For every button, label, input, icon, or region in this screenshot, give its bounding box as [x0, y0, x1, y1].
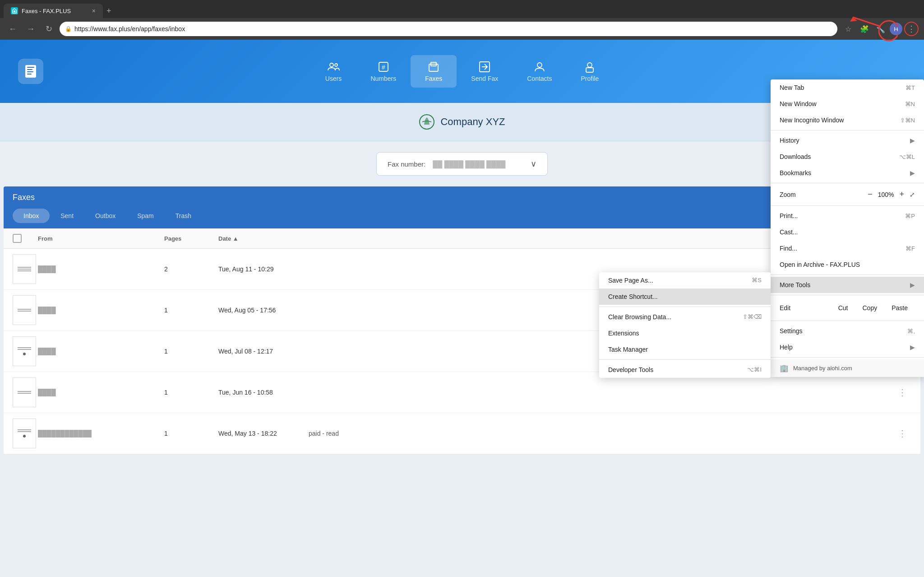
menu-divider — [771, 130, 924, 130]
address-bar: ← → ↻ 🔒 https://www.fax.plus/en/app/faxe… — [0, 18, 924, 40]
menu-bookmarks[interactable]: Bookmarks ▶ — [771, 165, 924, 181]
menu-print[interactable]: Print... ⌘P — [771, 208, 924, 224]
menu-open-archive[interactable]: Open in Archive - FAX.PLUS — [771, 256, 924, 273]
browser-actions: ☆ 🧩 🔧 H ⋮ — [841, 22, 919, 36]
fax-number-dropdown[interactable]: ∨ — [531, 159, 536, 169]
nav-tab-users[interactable]: Users — [311, 55, 356, 88]
svg-rect-13 — [429, 64, 438, 71]
active-tab[interactable]: Faxes - FAX.PLUS × — [4, 4, 103, 18]
nav-tab-numbers[interactable]: # Numbers — [356, 55, 411, 88]
task-manager-item[interactable]: Task Manager — [599, 341, 771, 358]
nav-tab-profile[interactable]: Profile — [566, 55, 613, 88]
date-value: Wed, Jul 08 - 12:17 — [218, 348, 309, 355]
more-actions-button[interactable]: ⋮ — [893, 387, 911, 398]
company-logo-icon — [419, 114, 435, 130]
date-value: Tue, Jun 16 - 10:58 — [218, 389, 309, 396]
pages-value: 1 — [164, 307, 218, 314]
fax-tab-inbox[interactable]: Inbox — [13, 209, 50, 223]
zoom-plus[interactable]: + — [899, 190, 904, 199]
menu-divider-5 — [771, 295, 924, 295]
more-actions-button[interactable]: ⋮ — [893, 428, 911, 439]
menu-divider-4 — [771, 275, 924, 275]
menu-new-incognito[interactable]: New Incognito Window ⇧⌘N — [771, 112, 924, 128]
col-pages: Pages — [164, 235, 218, 242]
faxes-title: Faxes — [13, 193, 35, 202]
bookmark-button[interactable]: ☆ — [841, 22, 855, 36]
svg-point-17 — [587, 63, 592, 67]
cut-button[interactable]: Cut — [831, 302, 855, 314]
managed-text: Managed by alohi.com — [793, 365, 852, 372]
pages-value: 1 — [164, 389, 218, 396]
faxplus-logo — [18, 59, 43, 84]
menu-help[interactable]: Help ▶ — [771, 339, 924, 355]
fax-tab-sent[interactable]: Sent — [50, 209, 84, 223]
lock-icon: 🔒 — [65, 26, 72, 32]
zoom-fullscreen[interactable]: ⤢ — [910, 191, 915, 198]
zoom-value: 100% — [878, 191, 894, 198]
reload-button[interactable]: ↻ — [42, 22, 56, 36]
date-value: Wed, Aug 05 - 17:56 — [218, 307, 309, 314]
browser-chrome: Faxes - FAX.PLUS × + ← → ↻ 🔒 https://www… — [0, 0, 924, 40]
menu-divider-2 — [771, 183, 924, 183]
fax-thumbnail — [13, 295, 36, 325]
paste-button[interactable]: Paste — [884, 302, 915, 314]
copy-button[interactable]: Copy — [855, 302, 885, 314]
developer-tools-item[interactable]: Developer Tools ⌥⌘I — [599, 362, 771, 378]
col-checkbox — [13, 234, 38, 243]
menu-new-tab[interactable]: New Tab ⌘T — [771, 79, 924, 96]
tab-title: Faxes - FAX.PLUS — [22, 8, 88, 14]
fax-thumbnail — [13, 377, 36, 407]
company-name: Company XYZ — [440, 116, 505, 128]
back-button[interactable]: ← — [5, 22, 20, 36]
save-page-as-item[interactable]: Save Page As... ⌘S — [599, 272, 771, 288]
new-tab-button[interactable]: + — [103, 4, 115, 18]
menu-new-window[interactable]: New Window ⌘N — [771, 96, 924, 112]
menu-settings[interactable]: Settings ⌘, — [771, 323, 924, 339]
pages-value: 1 — [164, 430, 218, 437]
menu-divider-7 — [771, 357, 924, 358]
app-nav: Users # Numbers Faxes — [43, 55, 881, 88]
create-shortcut-item[interactable]: Create Shortcut... — [599, 288, 771, 305]
pages-value: 2 — [164, 265, 218, 273]
app-logo — [18, 59, 43, 84]
nav-tab-contacts[interactable]: Contacts — [513, 55, 566, 88]
table-row[interactable]: ████ 1 Tue, Jun 16 - 10:58 ⋮ — [4, 372, 920, 413]
extensions-item[interactable]: Extensions — [599, 325, 771, 341]
managed-by-row: 🏢 Managed by alohi.com — [771, 359, 924, 377]
nav-tab-faxes[interactable]: Faxes — [411, 55, 457, 88]
menu-edit-row: Edit Cut Copy Paste — [771, 297, 924, 319]
date-value: Wed, May 13 - 18:22 — [218, 430, 309, 437]
fax-number-box[interactable]: Fax number: ██ ████ ████ ████ ∨ — [376, 152, 548, 176]
fax-tab-outbox[interactable]: Outbox — [84, 209, 126, 223]
select-all-checkbox[interactable] — [13, 234, 22, 243]
chrome-menu-button[interactable]: ⋮ — [904, 22, 919, 36]
fax-tab-spam[interactable]: Spam — [126, 209, 165, 223]
sender-name: ████ — [38, 307, 164, 314]
forward-button[interactable]: → — [23, 22, 38, 36]
profile-avatar[interactable]: H — [890, 23, 902, 35]
svg-point-0 — [14, 10, 15, 12]
clear-browsing-data-item[interactable]: Clear Browsing Data... ⇧⌘⌫ — [599, 309, 771, 325]
extension-button-2[interactable]: 🔧 — [873, 22, 888, 36]
tab-close-button[interactable]: × — [92, 7, 96, 14]
svg-rect-18 — [586, 68, 593, 72]
menu-history[interactable]: History ▶ — [771, 132, 924, 149]
nav-tab-send-fax[interactable]: Send Fax — [457, 55, 513, 88]
svg-rect-6 — [27, 69, 32, 70]
menu-cast[interactable]: Cast... — [771, 224, 924, 240]
table-row[interactable]: ████████████ 1 Wed, May 13 - 18:22 paid … — [4, 413, 920, 454]
status-value: paid - read — [309, 430, 893, 437]
menu-downloads[interactable]: Downloads ⌥⌘L — [771, 149, 924, 165]
zoom-minus[interactable]: − — [868, 190, 873, 199]
fax-number-label: Fax number: — [388, 160, 425, 168]
more-tools-submenu: Save Page As... ⌘S Create Shortcut... Cl… — [599, 272, 771, 378]
svg-rect-5 — [27, 67, 34, 68]
svg-text:#: # — [382, 64, 385, 71]
svg-rect-8 — [27, 74, 32, 74]
fax-tab-trash[interactable]: Trash — [165, 209, 202, 223]
menu-more-tools[interactable]: More Tools ▶ — [771, 277, 924, 293]
extension-button[interactable]: 🧩 — [857, 22, 872, 36]
url-field[interactable]: 🔒 https://www.fax.plus/en/app/faxes/inbo… — [60, 22, 837, 36]
menu-find[interactable]: Find... ⌘F — [771, 240, 924, 256]
date-value: Tue, Aug 11 - 10:29 — [218, 265, 309, 273]
